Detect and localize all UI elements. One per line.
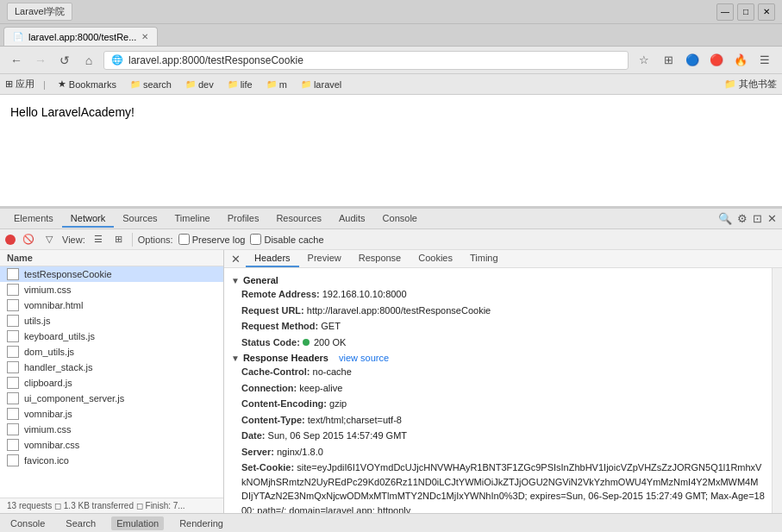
general-section-header[interactable]: ▼ General <box>231 275 765 285</box>
file-item-handler-stack[interactable]: handler_stack.js <box>0 360 223 375</box>
browser-tab[interactable]: 📄 laravel.app:8000/testRe... ✕ <box>3 27 158 46</box>
file-item-testResponseCookie[interactable]: testResponseCookie <box>0 266 223 282</box>
home-button[interactable]: ⌂ <box>79 51 98 70</box>
file-name: dom_utils.js <box>24 347 74 357</box>
preserve-log-checkbox[interactable] <box>178 234 190 245</box>
file-name: vomnibar.html <box>24 300 83 310</box>
devtools-settings-icon[interactable]: ⚙ <box>737 212 748 225</box>
bookmarks-main[interactable]: ★ Bookmarks <box>54 77 120 91</box>
devtools-tab-console[interactable]: Console <box>374 210 426 228</box>
set-cookie-row: Set-Cookie: site=eyJpdiI6I1VOYmdDcUJjcHN… <box>241 460 765 513</box>
request-tabs: ✕ Headers Preview Response Cookies Timin… <box>224 250 782 268</box>
file-item-keyboard-utils[interactable]: keyboard_utils.js <box>0 329 223 344</box>
devtools-search-icon[interactable]: 🔍 <box>718 212 732 225</box>
devtools-tab-resources[interactable]: Resources <box>267 210 330 228</box>
bookmark-laravel[interactable]: 📁 laravel <box>297 78 345 91</box>
extension-icon2[interactable]: 🔴 <box>706 50 727 71</box>
remote-address-row: Remote Address: 192.168.10.10:8000 <box>241 287 765 302</box>
file-item-vomnibar-js[interactable]: vomnibar.js <box>0 406 223 422</box>
content-encoding-key: Content-Encoding: <box>241 398 327 409</box>
request-tab-headers[interactable]: Headers <box>246 250 299 267</box>
devtools-tab-network[interactable]: Network <box>62 210 114 228</box>
apps-button[interactable]: ⊞ 应用 <box>5 78 34 91</box>
close-button[interactable]: ✕ <box>758 3 775 21</box>
devtools-tab-profiles[interactable]: Profiles <box>219 210 268 228</box>
apps-icon[interactable]: ⊞ <box>658 50 679 71</box>
status-dot <box>303 339 310 346</box>
separator <box>132 233 133 247</box>
bottom-tab-console[interactable]: Console <box>5 516 50 530</box>
file-name: vimium.css <box>24 424 71 435</box>
devtools-dock-icon[interactable]: ⊡ <box>753 212 762 225</box>
forward-button[interactable]: → <box>31 51 50 70</box>
devtools-tab-timeline[interactable]: Timeline <box>166 210 219 228</box>
view-label: View: <box>62 235 85 245</box>
reload-button[interactable]: ↺ <box>55 51 74 70</box>
file-name: vomnibar.js <box>24 409 72 419</box>
scrollbar[interactable] <box>772 268 782 513</box>
status-code-val: 200 OK <box>314 337 346 347</box>
clear-button[interactable]: 🚫 <box>21 232 36 247</box>
file-item-vimium-css[interactable]: vimium.css <box>0 282 223 297</box>
view-grid-icon[interactable]: ⊞ <box>111 232 127 247</box>
file-item-utils[interactable]: utils.js <box>0 313 223 329</box>
bookmark-dev[interactable]: 📁 dev <box>182 78 217 91</box>
url-text: laravel.app:8000/testResponseCookie <box>128 54 303 66</box>
tab-close-button[interactable]: ✕ <box>141 32 148 41</box>
file-item-favicon[interactable]: favicon.ico <box>0 453 223 468</box>
connection-key: Connection: <box>241 383 297 393</box>
request-tab-response[interactable]: Response <box>350 250 410 267</box>
disable-cache-label[interactable]: Disable cache <box>250 234 323 245</box>
devtools-tab-elements[interactable]: Elements <box>5 210 62 228</box>
request-url-val: http://laravel.app:8000/testResponseCook… <box>307 305 491 316</box>
view-source-link[interactable]: view source <box>339 353 389 363</box>
file-checkbox-icon <box>7 268 19 280</box>
bookmarks-label: Bookmarks <box>69 79 116 90</box>
file-item-ui-component[interactable]: ui_component_server.js <box>0 391 223 406</box>
file-checkbox-icon <box>7 408 19 420</box>
devtools-close-icon[interactable]: ✕ <box>767 212 777 225</box>
back-button[interactable]: ← <box>7 51 26 70</box>
set-cookie-key: Set-Cookie: <box>241 462 294 473</box>
divider: | <box>43 79 46 90</box>
file-item-clipboard[interactable]: clipboard.js <box>0 375 223 391</box>
file-item-vomnibar-css[interactable]: vomnibar.css <box>0 437 223 453</box>
devtools-tab-sources[interactable]: Sources <box>114 210 166 228</box>
menu-icon[interactable]: ☰ <box>754 50 775 71</box>
devtools-tabs: Elements Network Sources Timeline Profil… <box>5 210 426 228</box>
bookmark-life[interactable]: 📁 life <box>224 78 256 91</box>
file-checkbox-icon <box>7 330 19 342</box>
bottom-tab-rendering[interactable]: Rendering <box>174 516 228 530</box>
disable-cache-checkbox[interactable] <box>250 234 261 245</box>
file-name: vimium.css <box>24 285 71 295</box>
request-close-button[interactable]: ✕ <box>228 251 244 267</box>
bottom-tab-emulation[interactable]: Emulation <box>111 516 164 530</box>
bookmark-search[interactable]: 📁 search <box>127 78 175 91</box>
triangle-icon: ▼ <box>231 276 240 285</box>
file-checkbox-icon <box>7 454 19 466</box>
url-bar[interactable]: 🌐 laravel.app:8000/testResponseCookie <box>103 51 629 70</box>
file-name: vomnibar.css <box>24 440 79 450</box>
request-tab-preview[interactable]: Preview <box>299 250 350 267</box>
filter-icon[interactable]: ▽ <box>41 232 57 247</box>
other-bookmarks[interactable]: 📁 其他书签 <box>724 78 777 91</box>
request-tab-timing[interactable]: Timing <box>461 250 507 267</box>
file-item-vomnibar[interactable]: vomnibar.html <box>0 297 223 313</box>
record-button[interactable] <box>5 235 16 245</box>
file-item-dom-utils[interactable]: dom_utils.js <box>0 344 223 360</box>
bookmark-folder-icon: 📁 <box>130 79 141 89</box>
file-item-vimium-css-2[interactable]: vimium.css <box>0 422 223 437</box>
bookmark-m[interactable]: 📁 m <box>263 78 291 91</box>
response-headers-section-header[interactable]: ▼ Response Headers view source <box>231 353 765 363</box>
view-list-icon[interactable]: ☰ <box>91 232 106 247</box>
bottom-tab-search[interactable]: Search <box>60 516 101 530</box>
extension-icon1[interactable]: 🔵 <box>682 50 703 71</box>
preserve-log-label[interactable]: Preserve log <box>178 234 246 245</box>
minimize-button[interactable]: — <box>716 3 734 21</box>
star-icon[interactable]: ☆ <box>634 50 654 71</box>
maximize-button[interactable]: □ <box>737 3 754 21</box>
extension-icon3[interactable]: 🔥 <box>730 50 751 71</box>
tab-icon: 📄 <box>13 32 23 41</box>
request-tab-cookies[interactable]: Cookies <box>410 250 461 267</box>
devtools-tab-audits[interactable]: Audits <box>330 210 374 228</box>
